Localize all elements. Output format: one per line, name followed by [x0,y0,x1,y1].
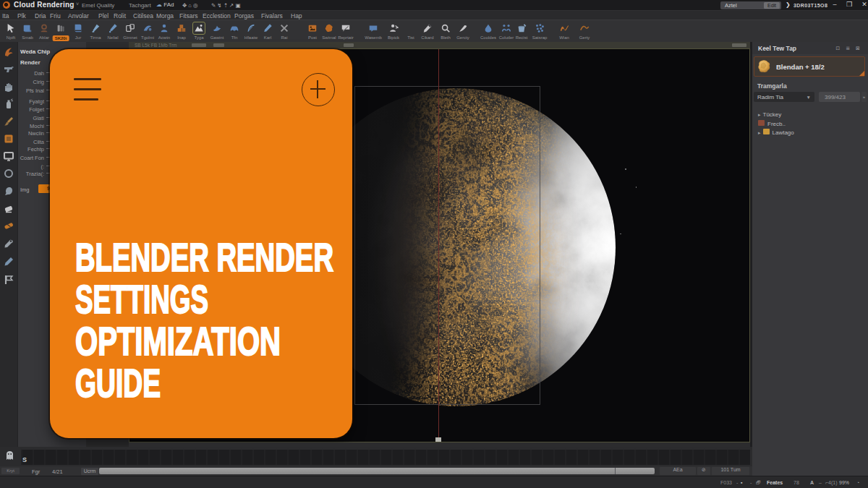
menu-item[interactable]: Ita [2,12,9,20]
sidebar-tool-button-tool-claw[interactable] [3,46,14,58]
icon-brush2 [108,23,118,33]
menu-item[interactable]: Fivalars [261,12,283,20]
sidebar-tool-button-tool-hand2[interactable] [3,185,14,197]
transport-chip[interactable]: 101 Tum [712,467,749,475]
sidebar-tool-button-tool-spray[interactable] [3,98,14,110]
toolbar-button[interactable]: Gercty [454,22,472,42]
viewport-menu-chip[interactable] [192,43,206,47]
maximize-button[interactable]: ❒ [844,0,854,9]
transport-chip[interactable]: ⊘ [697,467,710,475]
viewport-menu-chip[interactable] [213,43,224,47]
tree-row[interactable]: Frecb.. [758,120,786,127]
toolbar-button[interactable]: Recist [512,22,531,42]
menu-item[interactable]: Plk [17,12,26,20]
menu-item[interactable]: Plel [98,12,109,20]
icon-hands [501,23,511,33]
timeline-track[interactable] [21,450,750,465]
sidebar-tool-button-tool-flag[interactable] [3,274,14,286]
icon-person2 [388,23,399,33]
dropdown-arrow-icon: ▼ [807,95,811,100]
toolbar: Npift Smab Ablar SK20i Jur [0,20,868,42]
toolbar-button[interactable]: SK20i [51,22,70,42]
toolbar-button[interactable]: Cooldes [479,22,498,42]
toolbar-button[interactable]: Bipick [384,22,403,42]
transport-left-chip[interactable]: Kryt [1,468,20,474]
render-region-frame [354,86,540,405]
ghost-icon[interactable] [4,450,15,461]
sidebar-tool-button-tool-brush[interactable] [3,116,14,127]
status-item: - [750,480,752,485]
tree-caret-icon[interactable]: ▸ [758,130,761,135]
sidebar-tool-button-tool-wrench[interactable] [3,238,14,249]
menu-bar: ItaPlkDriaFriuAnvolarPlelRolitCitilseaMo… [0,10,868,20]
toolbar-button[interactable]: Reprtatr [336,22,355,42]
sidebar-tool-button-tool-hand[interactable] [3,81,14,93]
toolbar-button[interactable]: Satsrap [530,22,549,42]
viewport-menu-text[interactable]: SB L5k FB 1Mb Trm [135,43,177,48]
field-spinner[interactable]: » [861,92,867,102]
titlebar-badge[interactable]: ☁ FAd [156,1,174,8]
minimize-button[interactable]: – [830,0,840,9]
tree-row[interactable]: ▸Lawtago [758,129,794,136]
tray-icons[interactable]: ✥ ⌂ ◎ [182,2,198,9]
sidebar-tool-button-tool-eraser[interactable] [3,202,14,214]
search-input[interactable]: Aztel Edit [720,1,781,9]
menu-item[interactable]: Dria [35,12,46,20]
toolbar-button[interactable]: Wasemb [364,22,383,42]
menu-item[interactable]: Hap [291,12,302,20]
titlebar-menu-item[interactable]: Tachgart [129,2,151,9]
panel-header-icons[interactable]: ⊡ ≣ ⊠ [836,46,863,51]
tree-caret-icon[interactable]: ▸ [758,112,761,117]
mode-chip[interactable]: Ucrm [81,468,98,475]
tree-item-icon [758,120,765,126]
titlebar-menu-item[interactable]: Emel Quality [82,2,114,9]
menu-item[interactable]: Porgas [234,12,254,20]
transport-chip[interactable]: AEa [660,467,696,475]
menu-item[interactable]: Ecclestion [203,12,231,20]
gold-blob-icon [757,59,772,74]
toolbar-button[interactable]: Acwtn [155,22,174,42]
menu-item[interactable]: Morga [156,12,174,20]
corner-badge [859,71,864,76]
sidebar-tool-button-tool-square[interactable] [3,133,14,145]
menu-item[interactable]: Friu [50,12,61,20]
toolbar-button[interactable]: Rai [275,22,294,42]
toolbar-button[interactable]: Tyga [190,22,208,42]
icon-bucket [516,23,527,33]
sidebar-tool-button-tool-monitor[interactable] [3,150,14,162]
status-item: Feates [767,480,783,485]
close-button[interactable]: ✕ [859,0,868,9]
toolbar-button[interactable]: Tirma [86,22,105,42]
menu-item[interactable]: Rolit [114,12,126,20]
tray-icons-secondary[interactable]: ✎ ↯ ⇡ ↗ ▣ [211,2,241,9]
chevron-down-icon[interactable]: ˅ [76,1,79,7]
toolbar-button[interactable]: Bleth [436,22,455,42]
toolbar-button[interactable]: Inap [172,22,191,42]
toolbar-button[interactable]: Gerty [575,22,594,42]
guide-line-handle[interactable] [435,437,441,442]
menu-item[interactable]: Fitsars [179,12,198,20]
edit-button[interactable]: Edit [764,2,780,9]
toolbar-button[interactable]: Nelial [103,22,122,42]
toolbar-button[interactable]: Cikard [418,22,437,42]
setting-label: Cilta [33,139,44,145]
menu-item[interactable]: Anvolar [68,12,89,20]
sidebar-tool-button-tool-capsule[interactable] [3,220,14,231]
toolbar-button[interactable]: Gimnet [121,22,140,42]
mode-dropdown[interactable]: Radim Tia ▼ [754,92,814,102]
viewport-menu-chip[interactable] [732,43,746,47]
sidebar-tool-button-tool-ring[interactable] [3,168,14,179]
selected-object-row[interactable]: Blendan + 18/2 [754,56,865,77]
menu-item[interactable]: Citilsea [133,12,153,20]
value-field[interactable]: 399/423 [819,92,860,102]
status-item: ▪ [741,480,742,485]
timeline-scrollbar[interactable] [99,468,655,474]
toolbar-button[interactable]: Jur [69,22,88,42]
chevron-right-icon[interactable]: ❯ [786,1,791,8]
tree-row[interactable]: ▸Tückey [758,111,781,118]
viewport-menu-chip[interactable] [344,43,354,47]
toolbar-button[interactable]: Wian [555,22,574,42]
toolbar-button[interactable]: Gawint [208,22,226,42]
sidebar-tool-button-tool-gun[interactable] [3,64,14,75]
sidebar-tool-button-tool-pen[interactable] [3,256,14,267]
